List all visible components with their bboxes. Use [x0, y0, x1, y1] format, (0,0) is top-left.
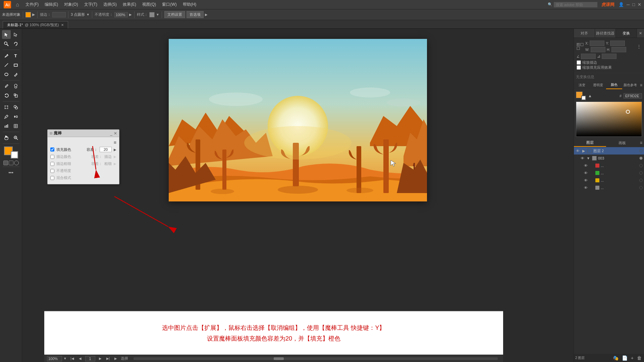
eyedropper-tool[interactable] — [2, 112, 11, 121]
blend-mode-checkbox[interactable] — [50, 176, 54, 180]
artboard-nav[interactable]: ▶ — [113, 356, 118, 361]
layer-expand-003[interactable]: ▼ — [586, 156, 591, 160]
make-clip-mask-btn[interactable]: 🎭 — [612, 355, 620, 361]
page-next-end[interactable]: ▶| — [105, 356, 111, 361]
minimize-icon[interactable]: ─ — [627, 2, 630, 7]
pen-tool[interactable] — [2, 51, 11, 60]
layer-row-green[interactable]: 👁 ... — [574, 169, 644, 177]
free-transform-tool[interactable] — [2, 103, 11, 112]
new-layer-btn[interactable]: + — [630, 355, 635, 361]
zoom-tool[interactable] — [11, 133, 20, 142]
column-graph-tool[interactable] — [2, 122, 11, 130]
color-tab[interactable]: 颜色 — [606, 81, 622, 89]
layer-eye-yellow[interactable]: 👁 — [583, 178, 588, 182]
line-tool[interactable] — [2, 61, 11, 69]
layer-row-main[interactable]: 👁 ▶ 图层 2 — [574, 147, 644, 155]
home-icon[interactable]: ⌂ — [13, 0, 22, 9]
hex-input[interactable] — [624, 93, 642, 99]
brush-tool[interactable] — [2, 82, 11, 90]
menu-help[interactable]: 帮助(H) — [180, 1, 199, 8]
opacity-checkbox[interactable] — [50, 169, 54, 173]
direct-select-tool[interactable] — [11, 30, 20, 39]
artwork-canvas[interactable] — [169, 39, 427, 201]
search-input[interactable] — [554, 2, 597, 7]
select-tool[interactable] — [2, 30, 11, 39]
fill-tolerance-expand[interactable]: ▶ — [114, 148, 116, 152]
active-tab[interactable]: 未标题-1* @ 100% (RGB/预览) ✕ — [3, 21, 68, 28]
screen-mode-icon[interactable] — [14, 161, 19, 165]
scale-fill-checkbox[interactable] — [577, 65, 581, 70]
transparency-tab[interactable]: 透明度 — [590, 81, 606, 89]
blob-tool[interactable] — [11, 82, 20, 90]
type-tool[interactable]: T — [11, 51, 20, 60]
brush-dropdown-icon[interactable]: ▼ — [86, 13, 90, 16]
blend-tool[interactable] — [11, 112, 20, 121]
opacity-arrow-icon[interactable]: ▶ — [129, 13, 132, 16]
ellipse-tool[interactable] — [2, 70, 11, 79]
fill-tolerance-input[interactable] — [100, 147, 112, 152]
opacity-value[interactable] — [114, 12, 128, 17]
transform-options-icon[interactable]: ⋮ — [637, 44, 641, 49]
layer-eye-gray[interactable]: 👁 — [583, 186, 588, 190]
angle-input[interactable] — [581, 54, 596, 59]
fill-color-swatch[interactable] — [25, 12, 31, 17]
layer-eye-003[interactable]: 👁 — [580, 156, 585, 160]
layers-tab[interactable]: 图层 — [574, 139, 606, 147]
menu-edit[interactable]: 编辑(E) — [42, 1, 61, 8]
h-input[interactable] — [611, 47, 626, 52]
delete-layer-btn[interactable]: 🗑 — [636, 355, 643, 361]
new-sublayer-btn[interactable]: 📄 — [621, 355, 629, 361]
page-prev-start[interactable]: |◀ — [69, 356, 75, 361]
w-input[interactable] — [591, 47, 605, 52]
status-scrollbar[interactable] — [133, 357, 498, 360]
layers-panel-options[interactable]: ≡ — [638, 139, 644, 147]
layer-row-003[interactable]: 👁 ▼ 003 — [574, 155, 644, 162]
x-input[interactable] — [590, 41, 604, 46]
zoom-input[interactable] — [47, 356, 62, 361]
close-icon[interactable]: ✕ — [638, 2, 641, 7]
user-icon[interactable]: 👤 — [619, 2, 624, 7]
background-color[interactable] — [11, 151, 18, 159]
scale-stroke-checkbox[interactable] — [577, 60, 581, 65]
doc-settings-button[interactable]: 文档设置 — [164, 11, 185, 18]
tab-close-icon[interactable]: ✕ — [61, 23, 64, 27]
layer-row-gray[interactable]: 👁 ... — [574, 184, 644, 191]
rotate-tool[interactable] — [2, 91, 11, 100]
stroke-value[interactable] — [52, 12, 66, 17]
slice-tool[interactable] — [11, 122, 20, 130]
pathfinder-tab[interactable]: 路径查找器 — [595, 29, 616, 38]
rect-tool[interactable] — [11, 61, 20, 69]
pencil-tool[interactable] — [11, 70, 20, 79]
fill-color-checkbox[interactable] — [50, 147, 54, 152]
stroke-swatch-small[interactable] — [581, 96, 586, 100]
panel-close-btn[interactable]: ✕ — [114, 131, 117, 136]
color-gradient-picker[interactable] — [576, 102, 642, 137]
shear-input[interactable] — [602, 54, 616, 59]
menu-window[interactable]: 窗口(W) — [159, 1, 179, 8]
panel-menu-icon[interactable]: ≡ — [114, 140, 116, 145]
fade-tab[interactable]: 淡变 — [574, 81, 590, 89]
menu-file[interactable]: 文件(F) — [23, 1, 41, 8]
align-tab[interactable]: 对齐 — [574, 29, 595, 38]
lasso-tool[interactable] — [11, 40, 20, 48]
maximize-icon[interactable]: □ — [632, 2, 635, 7]
layer-eye-green[interactable]: 👁 — [583, 171, 588, 175]
preferences-button[interactable]: 首选项 — [186, 11, 204, 18]
zoom-dropdown[interactable]: ▼ — [63, 357, 67, 360]
layer-row-red[interactable]: 👁 ... — [574, 162, 644, 169]
layer-eye-red[interactable]: 👁 — [583, 164, 588, 168]
page-input[interactable] — [85, 356, 95, 361]
normal-mode-icon[interactable] — [3, 161, 8, 165]
page-prev[interactable]: ◀ — [78, 356, 83, 361]
stroke-width-checkbox[interactable] — [50, 162, 54, 166]
reference-point-icon[interactable] — [577, 43, 584, 50]
magic-wand-tool[interactable] — [2, 40, 11, 48]
menu-select[interactable]: 选择(S) — [101, 1, 119, 8]
close-panel-btn[interactable]: ✕ — [637, 29, 644, 38]
layer-expand-main[interactable]: ▶ — [581, 149, 586, 153]
menu-effect[interactable]: 效果(E) — [120, 1, 139, 8]
color-guide-tab[interactable]: 颜色参考 — [622, 81, 638, 89]
panel-min-btn[interactable]: _ — [110, 131, 112, 136]
menu-object[interactable]: 对象(O) — [61, 1, 80, 8]
more-tools-icon[interactable]: ••• — [7, 168, 15, 177]
